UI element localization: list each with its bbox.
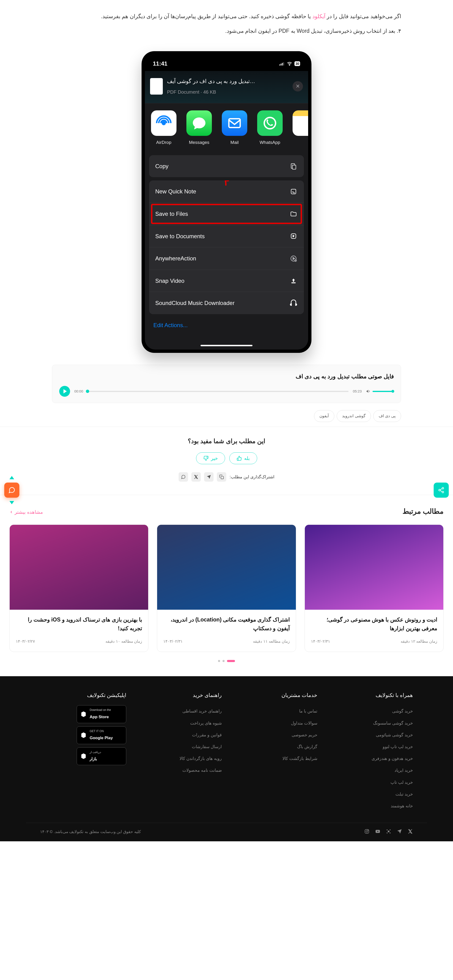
telegram-icon[interactable] — [204, 472, 214, 482]
scroll-nav — [4, 473, 19, 508]
footer-link[interactable]: شرایط بازگشت کالا — [231, 752, 317, 764]
footer-col-title: خدمات مشتریان — [231, 690, 317, 700]
action-icon — [289, 299, 298, 307]
share-app-notes[interactable] — [292, 110, 308, 147]
carousel-dots[interactable] — [10, 660, 443, 662]
svg-point-8 — [162, 122, 165, 124]
scroll-up-icon[interactable] — [10, 476, 14, 479]
store-icon — [80, 711, 87, 718]
volume-control[interactable] — [366, 389, 394, 394]
related-more-link[interactable]: مشاهده بیشتر — [10, 508, 43, 517]
footer-link[interactable]: خرید لپ تاپ — [327, 776, 413, 788]
battery-icon: 30 — [295, 61, 300, 66]
copy-icon — [289, 162, 298, 170]
svg-point-1 — [439, 489, 440, 491]
footer-link[interactable]: خرید لپ تاپ لنوو — [327, 741, 413, 752]
footer-link[interactable]: خرید ایرپاد — [327, 764, 413, 776]
footer-link[interactable]: تماس با ما — [231, 705, 317, 717]
footer-link[interactable]: ضمانت نامه محصولات — [136, 764, 222, 776]
share-app-mail[interactable]: Mail — [221, 110, 248, 147]
tag-chip[interactable]: گوشی اندروید — [337, 410, 371, 422]
action-icon — [289, 254, 298, 263]
svg-point-18 — [387, 829, 388, 830]
iphone-screenshot: 11:41 30 تبدیل ورد به پی دی اف در گوشی آ… — [142, 51, 311, 353]
tags-row: پی دی افگوشی اندرویدآیفون — [52, 410, 401, 422]
svg-point-19 — [389, 829, 391, 830]
related-card[interactable]: اشتراک گذاری موقعیت مکانی (Location) در … — [157, 525, 296, 652]
helpful-block: این مطلب برای شما مفید بود؟ بله خیر — [0, 435, 453, 464]
svg-point-24 — [366, 831, 368, 832]
helpful-yes-button[interactable]: بله — [229, 452, 257, 464]
footer-link[interactable]: خرید گوشی — [327, 705, 413, 717]
app-store-badge[interactable]: GET IT ONGoogle Play — [77, 727, 126, 744]
scroll-down-icon[interactable] — [10, 501, 14, 504]
copy-action[interactable]: Copy — [149, 155, 304, 177]
footer-link[interactable]: خرید هدفون و هندزفری — [327, 752, 413, 764]
footer-link[interactable]: شیوه های پرداخت — [136, 717, 222, 729]
icloud-link[interactable]: آیکلود — [313, 13, 325, 19]
footer-link[interactable]: گزارش باگ — [231, 741, 317, 752]
article-body: اگر می‌خواهید می‌توانید فایل را در آیکلو… — [0, 0, 453, 43]
footer-link[interactable]: راهنمای خرید اقساطی — [136, 705, 222, 717]
share-row: اشتراک‌گذاری این مطلب: — [0, 472, 453, 482]
annotation-number: ۴ — [224, 180, 230, 192]
footer-link[interactable]: قوانین و مقررات — [136, 729, 222, 741]
app-store-badge[interactable]: دریافت ازبازار — [77, 748, 126, 765]
copy-link-icon[interactable] — [217, 472, 226, 482]
twitter-icon[interactable] — [191, 472, 201, 482]
share-app-airdrop[interactable]: AirDrop — [150, 110, 177, 147]
helpful-no-button[interactable]: خیر — [196, 452, 225, 464]
app-store-badge[interactable]: Download on theApp Store — [77, 705, 126, 723]
footer-link[interactable]: ارسال سفارشات — [136, 741, 222, 752]
instagram-icon[interactable] — [363, 829, 370, 835]
app-icon — [293, 110, 308, 136]
card-date: ۱۴۰۳/۰۲/۳۱ — [163, 638, 182, 645]
footer-link[interactable]: سوالات متداول — [231, 717, 317, 729]
footer-link[interactable]: رویه های بازگرداندن کالا — [136, 752, 222, 764]
aparat-icon[interactable] — [385, 829, 391, 835]
share-app-whatsapp[interactable]: WhatsApp — [256, 110, 284, 147]
footer-link[interactable]: حریم خصوصی — [231, 729, 317, 741]
footer-link[interactable]: خرید تبلت — [327, 788, 413, 800]
audio-player[interactable]: 00:00 05:23 — [59, 386, 394, 397]
tag-chip[interactable]: پی دی اف — [373, 410, 401, 422]
svg-rect-12 — [291, 189, 296, 194]
helpful-question: این مطلب برای شما مفید بود؟ — [0, 435, 453, 447]
twitter-icon[interactable] — [407, 829, 413, 835]
card-title: با بهترین بازی های ترسناک اندروید و iOS … — [16, 616, 142, 633]
footer-link[interactable]: خرید گوشی سامسونگ — [327, 717, 413, 729]
svg-point-0 — [442, 487, 444, 489]
share-action-save-to-documents[interactable]: Save to Documents — [149, 225, 304, 247]
share-action-save-to-files[interactable]: Save to Files — [149, 203, 304, 225]
card-date: ۱۴۰۳/۰۲/۳۱ — [311, 638, 330, 645]
site-footer: همراه با تکنولایفخرید گوشیخرید گوشی سامس… — [0, 676, 453, 842]
youtube-icon[interactable] — [374, 829, 380, 835]
tag-chip[interactable]: آیفون — [314, 410, 334, 422]
card-image — [157, 525, 296, 610]
edit-actions-link[interactable]: Edit Actions... — [145, 317, 308, 345]
svg-point-17 — [388, 831, 389, 832]
share-action-anywhereaction[interactable]: AnywhereAction — [149, 247, 304, 270]
svg-point-21 — [389, 833, 391, 834]
card-image — [10, 525, 148, 610]
whatsapp-icon[interactable] — [179, 472, 188, 482]
related-card[interactable]: با بهترین بازی های ترسناک اندروید و iOS … — [10, 525, 148, 652]
share-action-snap-video[interactable]: Snap Video — [149, 270, 304, 292]
svg-point-25 — [368, 830, 368, 830]
telegram-icon[interactable] — [396, 829, 402, 835]
close-icon[interactable]: ✕ — [293, 81, 303, 92]
share-action-soundcloud-music-downloader[interactable]: SoundCloud Music Downloader — [149, 292, 304, 314]
svg-rect-16 — [221, 476, 224, 479]
svg-point-20 — [387, 833, 388, 834]
audio-track[interactable] — [88, 391, 349, 392]
share-app-messages[interactable]: Messages — [185, 110, 213, 147]
support-chat-button[interactable] — [4, 482, 19, 498]
related-card[interactable]: ادیت و روتوش عکس با هوش مصنوعی در گوشی؛ … — [305, 525, 443, 652]
footer-link[interactable]: خرید گوشی شیائومی — [327, 729, 413, 741]
app-icon — [187, 110, 212, 136]
share-float-button[interactable] — [434, 480, 449, 500]
wifi-icon — [287, 58, 292, 69]
chevron-left-icon — [10, 510, 13, 514]
play-button[interactable] — [59, 386, 70, 397]
footer-link[interactable]: خانه هوشمند — [327, 800, 413, 812]
